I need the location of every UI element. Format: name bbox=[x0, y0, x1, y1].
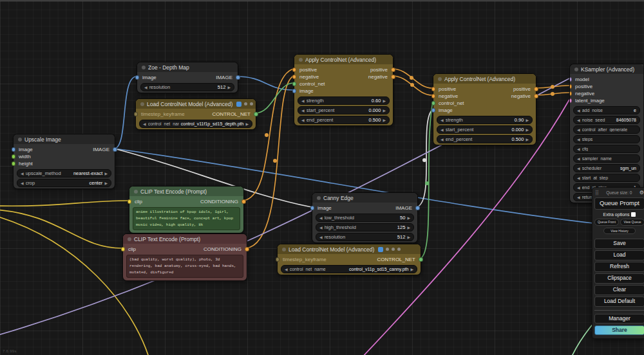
stepper-left-icon[interactable]: ◀ bbox=[577, 109, 580, 113]
input-slot-image[interactable] bbox=[310, 206, 315, 210]
input-slot-negative[interactable] bbox=[569, 91, 572, 96]
stepper-right-icon[interactable]: ▶ bbox=[104, 172, 108, 176]
node-title-bar[interactable]: Load ControlNet Model (Advanced) bbox=[136, 99, 256, 109]
stepper-left-icon[interactable]: ◀ bbox=[21, 181, 24, 185]
input-slot-image[interactable] bbox=[431, 108, 436, 113]
stepper-right-icon[interactable]: ▶ bbox=[526, 138, 529, 141]
widget-sampler-name[interactable]: ◀ sampler_name bbox=[573, 154, 640, 163]
stepper-left-icon[interactable]: ◀ bbox=[319, 226, 323, 230]
node-title-bar[interactable]: CLIP Text Encode (Prompt) bbox=[123, 234, 247, 244]
extra-options-checkbox[interactable] bbox=[631, 212, 636, 217]
stepper-left-icon[interactable]: ◀ bbox=[577, 147, 580, 151]
stepper-right-icon[interactable]: ▶ bbox=[407, 226, 410, 230]
collapse-dot-icon[interactable] bbox=[438, 77, 442, 81]
input-slot-positive[interactable] bbox=[292, 68, 297, 72]
widget-noise-seed[interactable]: ◀ noise_seed 84605078 bbox=[573, 116, 640, 124]
input-slot-positive[interactable] bbox=[569, 84, 572, 89]
widget-low-threshold[interactable]: ◀ low_threshold 50 ▶ bbox=[316, 214, 414, 222]
widget-end-percent[interactable]: ◀ end_percent 0.500 ▶ bbox=[437, 135, 533, 143]
stepper-left-icon[interactable]: ◀ bbox=[577, 118, 580, 122]
input-slot-clip[interactable] bbox=[121, 247, 126, 251]
prompt-textarea[interactable]: anime illustration of kpop idols, 1girl,… bbox=[133, 207, 240, 230]
stepper-right-icon[interactable]: ▶ bbox=[227, 86, 231, 89]
output-slot-image[interactable] bbox=[236, 75, 240, 80]
widget-start-percent[interactable]: ◀ start_percent 0.000 ▶ bbox=[437, 125, 533, 134]
node-title-bar[interactable]: Canny Edge bbox=[312, 193, 417, 203]
load-button[interactable]: Load bbox=[594, 250, 644, 260]
stepper-left-icon[interactable]: ◀ bbox=[577, 176, 580, 180]
view-queue-button[interactable]: View Queue bbox=[620, 219, 644, 226]
input-slot-image[interactable] bbox=[292, 89, 297, 93]
stepper-right-icon[interactable]: ▶ bbox=[407, 235, 410, 239]
widget-high-threshold[interactable]: ◀ high_threshold 125 ▶ bbox=[316, 223, 414, 232]
input-slot-clip[interactable] bbox=[128, 199, 132, 204]
collapse-dot-icon[interactable] bbox=[18, 138, 22, 141]
refresh-button[interactable]: Refresh bbox=[594, 262, 644, 271]
node-title-bar[interactable]: Load ControlNet Model (Advanced) bbox=[278, 244, 421, 254]
stepper-left-icon[interactable]: ◀ bbox=[577, 128, 580, 132]
clipspace-button[interactable]: Clipspace bbox=[594, 273, 644, 283]
input-slot-timestep-keyframe[interactable] bbox=[134, 112, 138, 116]
output-slot-negative[interactable] bbox=[391, 75, 395, 79]
stepper-left-icon[interactable]: ◀ bbox=[319, 235, 323, 239]
input-slot-control-net[interactable] bbox=[292, 82, 297, 86]
save-button[interactable]: Save bbox=[594, 239, 644, 248]
node-title-bar[interactable]: Zoe - Depth Map bbox=[137, 62, 238, 72]
collapse-dot-icon[interactable] bbox=[142, 66, 146, 69]
stepper-right-icon[interactable]: ▶ bbox=[526, 128, 529, 132]
view-history-button[interactable]: View History bbox=[603, 228, 636, 235]
stepper-left-icon[interactable]: ◀ bbox=[577, 138, 580, 141]
stepper-right-icon[interactable]: ▶ bbox=[383, 118, 386, 122]
prompt-textarea[interactable]: (bad quality, worst quality), photo, 3d … bbox=[126, 255, 243, 278]
queue-prompt-button[interactable]: Queue Prompt bbox=[594, 197, 644, 210]
stepper-right-icon[interactable]: ▶ bbox=[104, 181, 108, 185]
node-title-bar[interactable]: CLIP Text Encode (Prompt) bbox=[129, 187, 243, 196]
collapse-dot-icon[interactable] bbox=[317, 196, 321, 200]
input-slot-positive[interactable] bbox=[431, 87, 436, 91]
input-slot-image[interactable] bbox=[12, 147, 16, 152]
collapse-dot-icon[interactable] bbox=[134, 190, 138, 194]
stepper-left-icon[interactable]: ◀ bbox=[143, 122, 146, 126]
stepper-right-icon[interactable]: ▶ bbox=[245, 122, 249, 126]
node-canny-edge[interactable]: Canny Edge image IMAGE ◀ low_threshold 5… bbox=[312, 192, 418, 243]
stepper-left-icon[interactable]: ◀ bbox=[301, 99, 305, 103]
drag-handle-icon[interactable]: ⣿ bbox=[595, 190, 599, 196]
widget-crop[interactable]: ◀ crop center ▶ bbox=[17, 179, 111, 187]
node-ksampler-advanced[interactable]: KSampler (Advanced) model positive negat… bbox=[569, 64, 643, 203]
output-slot-control-net[interactable] bbox=[419, 257, 423, 262]
node-title-bar[interactable]: Upscale Image bbox=[14, 134, 115, 144]
node-graph-canvas[interactable]: Upscale Image image IMAGE width height ◀… bbox=[0, 0, 644, 355]
stepper-left-icon[interactable]: ◀ bbox=[440, 128, 444, 132]
collapse-dot-icon[interactable] bbox=[299, 58, 303, 62]
stepper-right-icon[interactable]: ▶ bbox=[526, 118, 529, 122]
output-slot-control-net[interactable] bbox=[254, 112, 258, 116]
stepper-right-icon[interactable]: ▶ bbox=[383, 99, 386, 103]
input-slot-model[interactable] bbox=[569, 77, 572, 82]
node-upscale-image[interactable]: Upscale Image image IMAGE width height ◀… bbox=[13, 134, 115, 189]
node-apply-controlnet-1[interactable]: Apply ControlNet (Advanced) positive pos… bbox=[294, 54, 393, 126]
widget-strength[interactable]: ◀ strength 0.60 ▶ bbox=[298, 96, 390, 105]
output-slot-image[interactable] bbox=[113, 147, 117, 152]
stepper-left-icon[interactable]: ◀ bbox=[21, 172, 24, 176]
input-slot-control-net[interactable] bbox=[431, 101, 436, 105]
input-slot-timestep-keyframe[interactable] bbox=[276, 257, 280, 262]
input-slot-width[interactable] bbox=[12, 154, 16, 159]
manager-button[interactable]: Manager bbox=[594, 314, 644, 323]
widget-control-after-generate[interactable]: ◀ control_after_generate bbox=[573, 125, 640, 134]
stepper-right-icon[interactable]: ▶ bbox=[383, 109, 386, 113]
settings-gear-icon[interactable]: ⚙ bbox=[639, 190, 644, 196]
stepper-left-icon[interactable]: ◀ bbox=[301, 109, 305, 113]
queue-front-button[interactable]: Queue Front bbox=[594, 219, 619, 226]
widget-scheduler[interactable]: ◀ scheduler sgm_un bbox=[573, 164, 640, 172]
stepper-right-icon[interactable]: ▶ bbox=[410, 268, 413, 271]
output-slot-conditioning[interactable] bbox=[245, 247, 249, 251]
load-default-button[interactable]: Load Default bbox=[594, 296, 644, 306]
stepper-left-icon[interactable]: ◀ bbox=[577, 186, 580, 190]
input-slot-negative[interactable] bbox=[431, 94, 436, 98]
widget-control-net-name[interactable]: ◀ control_net_name control_v11f1p_sd15_d… bbox=[139, 120, 252, 128]
node-clip-text-encode-negative[interactable]: CLIP Text Encode (Prompt) clip CONDITION… bbox=[122, 233, 247, 281]
node-load-controlnet-canny[interactable]: Load ControlNet Model (Advanced) timeste… bbox=[277, 244, 421, 275]
collapse-dot-icon[interactable] bbox=[574, 68, 578, 71]
collapse-dot-icon[interactable] bbox=[128, 237, 131, 241]
input-slot-image[interactable] bbox=[135, 75, 140, 80]
